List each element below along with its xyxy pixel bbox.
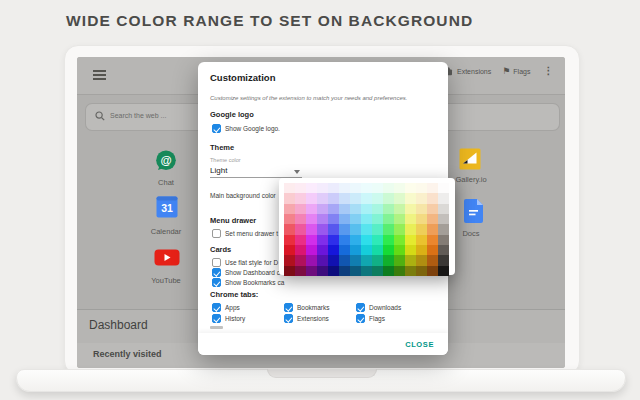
theme-color-select[interactable]: Light	[210, 166, 227, 175]
palette-color-swatch[interactable]	[350, 214, 361, 224]
palette-color-swatch[interactable]	[317, 193, 328, 203]
palette-color-swatch[interactable]	[394, 255, 405, 265]
palette-color-swatch[interactable]	[372, 204, 383, 214]
palette-color-swatch[interactable]	[350, 224, 361, 234]
palette-gray-swatch[interactable]	[438, 193, 449, 203]
menu-drawer-checkbox[interactable]	[212, 229, 221, 238]
palette-color-swatch[interactable]	[295, 266, 306, 276]
palette-color-swatch[interactable]	[328, 266, 339, 276]
palette-color-swatch[interactable]	[284, 245, 295, 255]
palette-color-swatch[interactable]	[328, 183, 339, 193]
palette-color-swatch[interactable]	[361, 224, 372, 234]
palette-color-swatch[interactable]	[350, 183, 361, 193]
palette-color-swatch[interactable]	[372, 224, 383, 234]
palette-color-swatch[interactable]	[306, 193, 317, 203]
palette-color-swatch[interactable]	[284, 235, 295, 245]
palette-color-swatch[interactable]	[427, 235, 438, 245]
palette-gray-swatch[interactable]	[438, 204, 449, 214]
palette-color-swatch[interactable]	[416, 224, 427, 234]
palette-gray-swatch[interactable]	[438, 255, 449, 265]
palette-color-swatch[interactable]	[361, 214, 372, 224]
kebab-menu-icon[interactable]: ⋮	[543, 66, 553, 76]
tab-history-checkbox[interactable]	[212, 314, 221, 323]
palette-color-swatch[interactable]	[317, 204, 328, 214]
palette-color-swatch[interactable]	[328, 224, 339, 234]
palette-color-swatch[interactable]	[328, 193, 339, 203]
palette-color-swatch[interactable]	[317, 235, 328, 245]
palette-color-swatch[interactable]	[394, 266, 405, 276]
palette-color-swatch[interactable]	[383, 245, 394, 255]
palette-color-swatch[interactable]	[317, 255, 328, 265]
tab-downloads-checkbox[interactable]	[356, 303, 365, 312]
palette-color-swatch[interactable]	[328, 255, 339, 265]
palette-color-swatch[interactable]	[317, 214, 328, 224]
palette-color-swatch[interactable]	[427, 266, 438, 276]
palette-color-swatch[interactable]	[416, 245, 427, 255]
palette-color-swatch[interactable]	[306, 214, 317, 224]
palette-color-swatch[interactable]	[405, 183, 416, 193]
tab-extensions-checkbox[interactable]	[284, 314, 293, 323]
palette-color-swatch[interactable]	[295, 214, 306, 224]
palette-color-swatch[interactable]	[383, 235, 394, 245]
palette-color-swatch[interactable]	[394, 235, 405, 245]
palette-color-swatch[interactable]	[328, 245, 339, 255]
palette-color-swatch[interactable]	[372, 193, 383, 203]
palette-color-swatch[interactable]	[427, 214, 438, 224]
palette-color-swatch[interactable]	[372, 214, 383, 224]
palette-gray-swatch[interactable]	[438, 235, 449, 245]
palette-color-swatch[interactable]	[361, 255, 372, 265]
palette-color-swatch[interactable]	[372, 245, 383, 255]
palette-color-swatch[interactable]	[427, 204, 438, 214]
palette-color-swatch[interactable]	[339, 204, 350, 214]
palette-color-swatch[interactable]	[317, 266, 328, 276]
palette-color-swatch[interactable]	[372, 235, 383, 245]
palette-color-swatch[interactable]	[416, 183, 427, 193]
palette-color-swatch[interactable]	[306, 235, 317, 245]
palette-color-swatch[interactable]	[383, 204, 394, 214]
palette-color-swatch[interactable]	[284, 266, 295, 276]
tab-bookmarks-checkbox[interactable]	[284, 303, 293, 312]
palette-color-swatch[interactable]	[306, 255, 317, 265]
palette-color-swatch[interactable]	[306, 183, 317, 193]
palette-color-swatch[interactable]	[339, 224, 350, 234]
palette-color-swatch[interactable]	[284, 183, 295, 193]
palette-color-swatch[interactable]	[394, 214, 405, 224]
palette-color-swatch[interactable]	[284, 193, 295, 203]
flat-style-checkbox[interactable]	[212, 258, 221, 267]
palette-color-swatch[interactable]	[339, 183, 350, 193]
palette-color-swatch[interactable]	[361, 235, 372, 245]
palette-color-swatch[interactable]	[339, 214, 350, 224]
youtube-icon[interactable]	[154, 249, 180, 266]
palette-color-swatch[interactable]	[416, 204, 427, 214]
show-dashboard-checkbox[interactable]	[212, 268, 221, 277]
palette-color-swatch[interactable]	[427, 183, 438, 193]
flags-label[interactable]: Flags	[513, 68, 530, 75]
palette-color-swatch[interactable]	[317, 224, 328, 234]
palette-color-swatch[interactable]	[317, 245, 328, 255]
palette-color-swatch[interactable]	[416, 193, 427, 203]
palette-color-swatch[interactable]	[394, 193, 405, 203]
palette-color-swatch[interactable]	[350, 235, 361, 245]
palette-color-swatch[interactable]	[339, 235, 350, 245]
palette-gray-swatch[interactable]	[438, 224, 449, 234]
palette-color-swatch[interactable]	[427, 255, 438, 265]
palette-color-swatch[interactable]	[383, 224, 394, 234]
palette-color-swatch[interactable]	[372, 183, 383, 193]
palette-color-swatch[interactable]	[350, 193, 361, 203]
palette-color-swatch[interactable]	[372, 266, 383, 276]
palette-color-swatch[interactable]	[383, 255, 394, 265]
palette-color-swatch[interactable]	[361, 266, 372, 276]
palette-color-swatch[interactable]	[405, 224, 416, 234]
palette-color-swatch[interactable]	[284, 224, 295, 234]
palette-color-swatch[interactable]	[284, 204, 295, 214]
palette-color-swatch[interactable]	[295, 255, 306, 265]
palette-color-swatch[interactable]	[427, 245, 438, 255]
palette-color-swatch[interactable]	[295, 193, 306, 203]
palette-color-swatch[interactable]	[405, 235, 416, 245]
palette-color-swatch[interactable]	[339, 193, 350, 203]
palette-color-swatch[interactable]	[295, 235, 306, 245]
palette-color-swatch[interactable]	[383, 183, 394, 193]
palette-color-swatch[interactable]	[405, 193, 416, 203]
palette-color-swatch[interactable]	[416, 214, 427, 224]
gallery-icon[interactable]	[459, 148, 481, 170]
